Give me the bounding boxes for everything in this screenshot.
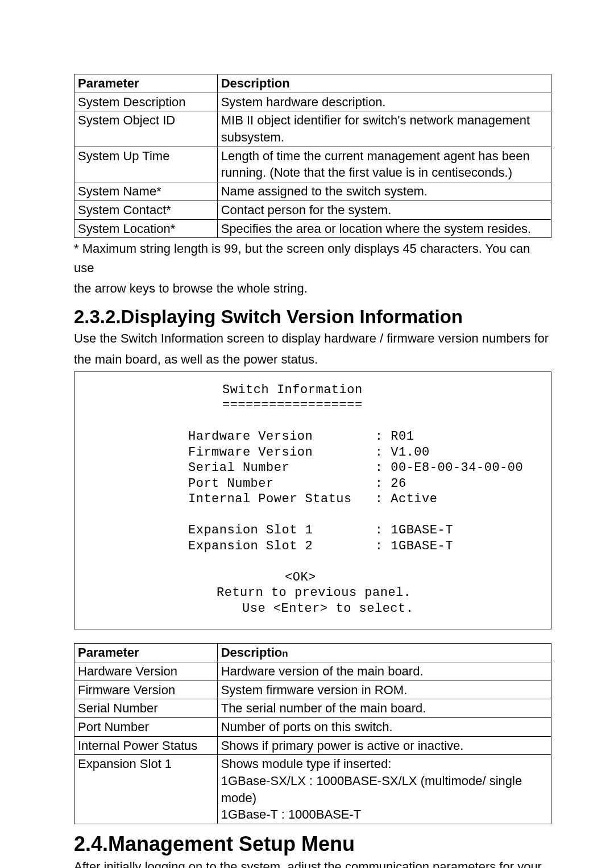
footnote-line2: the arrow keys to browse the whole strin… xyxy=(74,279,551,298)
table-cell-param: Expansion Slot 1 xyxy=(74,755,218,824)
section1-para-line1: Use the Switch Information screen to dis… xyxy=(74,329,551,348)
heading-display-switch-version: 2.3.2.Displaying Switch Version Informat… xyxy=(74,306,551,328)
table-header-desc: Description xyxy=(217,644,551,662)
table-cell-desc: MIB II object identifier for switch's ne… xyxy=(217,111,551,147)
table-cell-param: System Location* xyxy=(74,219,218,238)
table-cell-desc: Shows module type if inserted: 1GBase-SX… xyxy=(217,755,551,824)
table-row: System Up Time Length of time the curren… xyxy=(74,147,551,182)
table-cell-param: Internal Power Status xyxy=(74,736,218,755)
console-exp-slot-2: Expansion Slot 2 : 1GBASE-T xyxy=(97,539,453,553)
table-cell-param: System Description xyxy=(74,93,218,111)
console-divider: ================== xyxy=(97,398,363,412)
table-header-param: Parameter xyxy=(74,74,218,93)
table-row: System Contact* Contact person for the s… xyxy=(74,201,551,219)
table-row: System Name* Name assigned to the switch… xyxy=(74,182,551,201)
footnote-line1: * Maximum string length is 99, but the s… xyxy=(74,239,551,278)
console-output: Switch Information ================== Ha… xyxy=(97,382,528,617)
table-cell-desc: The serial number of the main board. xyxy=(217,699,551,718)
console-fw-version: Firmware Version : V1.00 xyxy=(97,445,430,460)
table-cell-param: System Contact* xyxy=(74,201,218,219)
table-cell-desc: Number of ports on this switch. xyxy=(217,717,551,736)
table-cell-param: System Object ID xyxy=(74,111,218,147)
console-power-status: Internal Power Status : Active xyxy=(97,492,437,506)
console-port-number: Port Number : 26 xyxy=(97,477,406,491)
console-title: Switch Information xyxy=(97,383,363,397)
section1-para-line2: the main board, as well as the power sta… xyxy=(74,350,551,369)
table-cell-param: System Up Time xyxy=(74,147,218,182)
table-header-row: Parameter Description xyxy=(74,74,551,93)
table-cell-desc: Contact person for the system. xyxy=(217,201,551,219)
table-cell-desc: Hardware version of the main board. xyxy=(217,662,551,681)
console-serial: Serial Number : 00-E8-00-34-00-00 xyxy=(97,461,523,475)
table-header-desc: Description xyxy=(217,74,551,93)
console-hw-version: Hardware Version : R01 xyxy=(97,429,414,444)
table-cell-param: Firmware Version xyxy=(74,681,218,699)
page-root: Parameter Description System Description… xyxy=(0,0,614,868)
console-enter-hint: Use <Enter> to select. xyxy=(97,602,413,616)
table-cell-param: System Name* xyxy=(74,182,218,201)
table-row: Serial Number The serial number of the m… xyxy=(74,699,551,718)
table-cell-param: Port Number xyxy=(74,717,218,736)
table-cell-desc: System firmware version in ROM. xyxy=(217,681,551,699)
heading-management-setup: 2.4.Management Setup Menu xyxy=(74,832,551,856)
table-row: Internal Power Status Shows if primary p… xyxy=(74,736,551,755)
table-cell-desc: Name assigned to the switch system. xyxy=(217,182,551,201)
table-cell-desc: System hardware description. xyxy=(217,93,551,111)
table-row: System Object ID MIB II object identifie… xyxy=(74,111,551,147)
section2-para-line1: After initially logging on to the system… xyxy=(74,857,551,868)
console-output-box: Switch Information ================== Ha… xyxy=(74,372,551,630)
parameter-table-2: Parameter Description Hardware Version H… xyxy=(74,643,551,824)
table-header-row: Parameter Description xyxy=(74,644,551,662)
table-row: Port Number Number of ports on this swit… xyxy=(74,717,551,736)
table-cell-param: Serial Number xyxy=(74,699,218,718)
table-cell-desc: Shows if primary power is active or inac… xyxy=(217,736,551,755)
console-return-hint: Return to previous panel. xyxy=(97,586,412,600)
table-row: System Description System hardware descr… xyxy=(74,93,551,111)
table-cell-param: Hardware Version xyxy=(74,662,218,681)
table-row: System Location* Specifies the area or l… xyxy=(74,219,551,238)
table-cell-desc: Length of time the current management ag… xyxy=(217,147,551,182)
console-exp-slot-1: Expansion Slot 1 : 1GBASE-T xyxy=(97,523,453,537)
table-row: Hardware Version Hardware version of the… xyxy=(74,662,551,681)
table-header-param: Parameter xyxy=(74,644,218,662)
console-ok: <OK> xyxy=(97,570,316,585)
table-cell-desc: Specifies the area or location where the… xyxy=(217,219,551,238)
parameter-table-1: Parameter Description System Description… xyxy=(74,74,551,238)
table-row: Firmware Version System firmware version… xyxy=(74,681,551,699)
table-row: Expansion Slot 1 Shows module type if in… xyxy=(74,755,551,824)
